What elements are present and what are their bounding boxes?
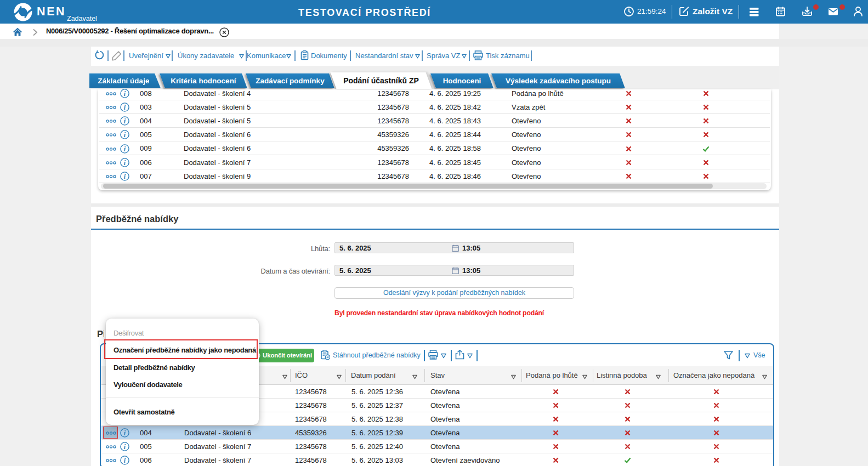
svg-text:i: i (124, 117, 126, 125)
svg-text:i: i (124, 457, 126, 464)
svg-text:i: i (124, 103, 126, 111)
svg-text:i: i (124, 158, 126, 166)
svg-text:i: i (124, 89, 126, 97)
svg-text:i: i (124, 429, 126, 437)
svg-text:i: i (124, 131, 126, 139)
svg-text:i: i (124, 172, 126, 180)
svg-text:i: i (124, 443, 126, 451)
svg-text:i: i (124, 145, 126, 152)
